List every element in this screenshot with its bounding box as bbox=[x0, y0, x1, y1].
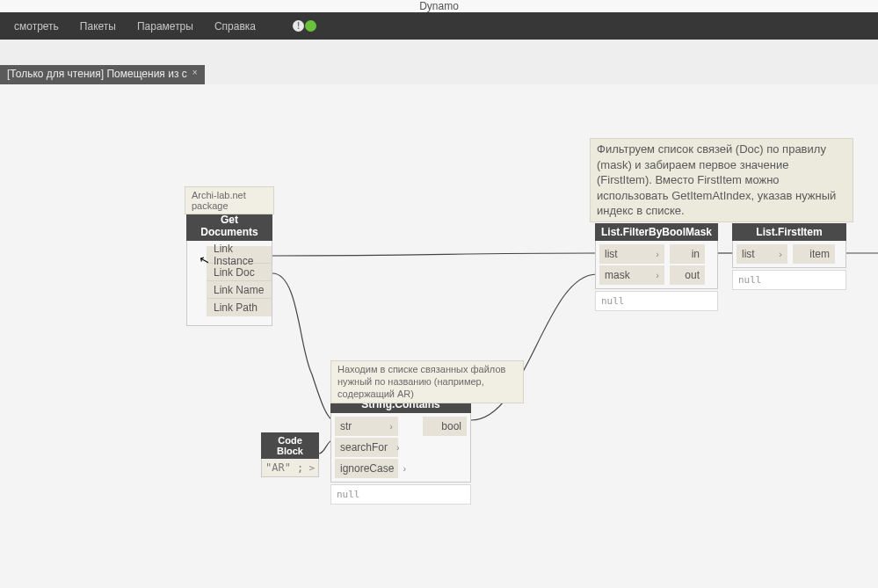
input-port[interactable]: searchFor› bbox=[335, 438, 398, 457]
input-port[interactable]: str› bbox=[335, 417, 398, 436]
output-port[interactable]: bool bbox=[423, 417, 467, 436]
input-port[interactable]: list› bbox=[737, 244, 787, 264]
run-status-indicator: ! bbox=[293, 20, 316, 32]
node-header[interactable]: List.FirstItem bbox=[732, 223, 846, 241]
output-port[interactable]: out bbox=[670, 265, 705, 285]
input-port[interactable]: ignoreCase› bbox=[335, 459, 398, 478]
input-port[interactable]: mask› bbox=[599, 265, 664, 285]
output-port[interactable]: Link Path bbox=[207, 299, 272, 316]
chevron-right-icon: › bbox=[656, 270, 659, 280]
close-icon[interactable]: × bbox=[192, 68, 198, 77]
node-header[interactable]: Code Block bbox=[261, 432, 319, 459]
node-get-documents[interactable]: Archi-lab.net package Get Documents Link… bbox=[186, 211, 272, 326]
menu-view[interactable]: смотреть bbox=[4, 20, 69, 33]
node-preview: null bbox=[732, 270, 846, 290]
menu-packages[interactable]: Пакеты bbox=[69, 20, 127, 33]
chevron-right-icon: › bbox=[779, 249, 782, 259]
node-filter-by-bool-mask[interactable]: Фильтруем список связей (Doc) по правилу… bbox=[595, 223, 718, 311]
menu-parameters[interactable]: Параметры bbox=[127, 20, 204, 33]
node-list-first-item[interactable]: List.FirstItem list› item null bbox=[732, 223, 846, 290]
node-note-filter: Фильтруем список связей (Doc) по правилу… bbox=[590, 138, 853, 222]
graph-canvas[interactable]: Archi-lab.net package Get Documents Link… bbox=[0, 84, 878, 588]
document-tab-label: [Только для чтения] Помещения из с bbox=[7, 68, 187, 80]
node-preview: null bbox=[595, 291, 718, 311]
node-note-getdocs: Archi-lab.net package bbox=[185, 186, 274, 214]
node-preview: null bbox=[330, 484, 471, 505]
menu-help[interactable]: Справка bbox=[204, 20, 266, 33]
chevron-right-icon: › bbox=[389, 421, 393, 432]
code-text: "AR" ; bbox=[265, 461, 303, 474]
output-port[interactable]: Link Name bbox=[207, 281, 272, 299]
node-note-contains: Находим в списке связанных файлов нужный… bbox=[330, 360, 524, 403]
app-title: Dynamo bbox=[419, 0, 459, 12]
status-warning-icon: ! bbox=[293, 20, 304, 32]
document-tab-bar: [Только для чтения] Помещения из с × bbox=[0, 40, 878, 84]
code-block-body[interactable]: "AR" ; > bbox=[261, 459, 319, 477]
output-port[interactable]: item bbox=[793, 244, 835, 264]
input-port[interactable]: list› bbox=[599, 244, 664, 264]
node-header[interactable]: Get Documents bbox=[186, 211, 272, 241]
node-header[interactable]: List.FilterByBoolMask bbox=[595, 223, 718, 241]
chevron-right-icon: › bbox=[403, 463, 406, 474]
output-port[interactable]: Link Instance bbox=[207, 246, 272, 264]
output-port[interactable]: in bbox=[670, 244, 705, 264]
node-body: list› mask› in out bbox=[595, 241, 718, 289]
status-ok-icon bbox=[305, 20, 316, 32]
node-string-contains[interactable]: Находим в списке связанных файлов нужный… bbox=[330, 396, 471, 505]
node-body: list› item bbox=[732, 241, 846, 268]
document-tab-active[interactable]: [Только для чтения] Помещения из с × bbox=[0, 65, 205, 84]
node-code-block[interactable]: Code Block "AR" ; > bbox=[261, 432, 319, 477]
window-titlebar: Dynamo bbox=[0, 0, 878, 12]
menu-bar: смотреть Пакеты Параметры Справка ! bbox=[0, 12, 878, 40]
chevron-right-icon: › bbox=[396, 442, 400, 453]
chevron-right-icon: › bbox=[656, 249, 659, 259]
output-port-icon[interactable]: > bbox=[308, 462, 315, 474]
node-body: str› searchFor› ignoreCase› bool bbox=[330, 413, 471, 483]
